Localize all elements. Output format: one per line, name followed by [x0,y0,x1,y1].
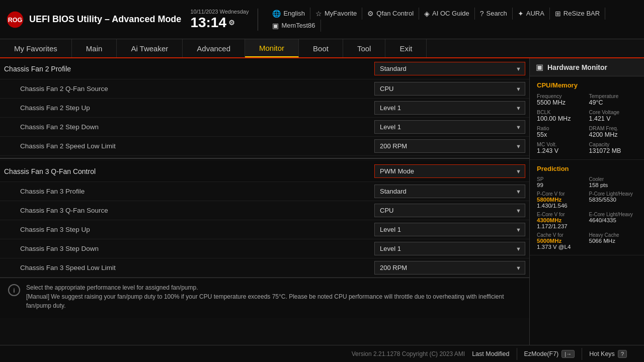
pcore-v-label: P-Core V for [537,191,585,197]
tab-tool[interactable]: Tool [343,39,386,57]
bclk-item: BCLK 100.00 MHz [537,109,585,122]
chassis-fan2-lowlimit-dropdown[interactable]: 200 RPM 300 RPM 400 RPM Ignore [374,139,525,153]
chassis-fan3-stepup-dropdown[interactable]: Level 1 Level 2 Level 3 [374,223,525,236]
fan-icon: ⚙ [367,10,374,18]
cache-v-freq: 5000MHz [537,238,585,244]
chassis-fan2-stepdown-value: Level 1 Level 2 Level 3 ▼ [374,120,525,134]
mem-icon: ▣ [272,22,279,30]
ecore-v-row: E-Core V for 4300MHz 1.172/1.237 E-Core … [537,212,637,229]
nav-search-label: Search [487,10,507,17]
nav-english-label: English [283,10,305,17]
mc-volt-item: MC Volt. 1.243 V [537,141,585,154]
chassis-fan2-stepup-row: Chassis Fan 2 Step Up Level 1 Level 2 Le… [0,99,529,118]
nav-resizebar[interactable]: ⊞ ReSize BAR [550,8,605,20]
chassis-fan3-lowlimit-dropdown[interactable]: 200 RPM 300 RPM 400 RPM Ignore [374,261,525,275]
ratio-value: 55x [537,131,585,138]
chassis-fan2-lowlimit-row: Chassis Fan 2 Speed Low Limit 200 RPM 30… [0,137,529,156]
top-nav: 🌐 English ☆ MyFavorite ⚙ Qfan Control ◈ … [267,8,638,32]
capacity-item: Capacity 131072 MB [589,141,637,154]
chassis-fan3-stepdown-dropdown[interactable]: Level 1 Level 2 Level 3 [374,242,525,255]
sp-label: SP [537,176,585,182]
ecore-v-value: 1.172/1.237 [537,223,585,229]
bclk-label: BCLK [537,109,585,115]
nav-memtest[interactable]: ▣ MemTest86 [267,20,320,32]
time-settings-icon[interactable]: ⚙ [228,19,235,27]
chassis-fan3-stepdown-row: Chassis Fan 3 Step Down Level 1 Level 2 … [0,239,529,258]
tab-monitor[interactable]: Monitor [245,39,299,57]
nav-qfan[interactable]: ⚙ Qfan Control [362,8,419,20]
tab-my-favorites[interactable]: My Favorites [0,39,72,57]
resize-icon: ⊞ [555,10,561,18]
svg-text:ROG: ROG [8,17,23,24]
logo-area: ROG UEFI BIOS Utility – Advanced Mode [6,11,181,29]
nav-aura[interactable]: ✦ AURA [513,8,550,20]
core-voltage-value: 1.421 V [589,115,637,122]
pcore-v-row: P-Core V for 5800MHz 1.430/1.546 P-Core … [537,191,637,209]
chassis-fan2-profile-row: Chassis Fan 2 Profile Standard Silent Tu… [0,58,529,79]
bclk-value: 100.00 MHz [537,115,585,122]
core-voltage-label: Core Voltage [589,109,637,115]
sp-cooler-row: SP 99 Cooler 158 pts [537,176,637,188]
cpu-memory-title: CPU/Memory [537,81,637,89]
chassis-fan3-profile-row: Chassis Fan 3 Profile Standard Silent Tu… [0,182,529,201]
chassis-fan3-source-dropdown[interactable]: CPU Chipset [374,204,525,217]
chassis-fan3-group: Chassis Fan 3 Q-Fan Control PWM Mode DC … [0,161,529,278]
nav-english[interactable]: 🌐 English [267,8,310,20]
ratio-label: Ratio [537,125,585,131]
pcore-v-col: P-Core V for 5800MHz 1.430/1.546 [537,191,585,209]
chassis-fan2-lowlimit-label: Chassis Fan 2 Speed Low Limit [6,142,374,150]
hot-keys-button[interactable]: Hot Keys ? [582,348,634,360]
nav-qfan-label: Qfan Control [376,10,414,17]
core-voltage-item: Core Voltage 1.421 V [589,109,637,122]
sp-value: 99 [537,182,585,188]
chassis-fan3-stepdown-value: Level 1 Level 2 Level 3 ▼ [374,242,525,255]
chassis-fan2-source-dropdown[interactable]: CPU Chipset [374,82,525,96]
footer-actions: Last Modified EzMode(F7) |→ Hot Keys ? [465,348,634,360]
nav-aioc[interactable]: ◈ AI OC Guide [419,8,475,20]
tab-exit[interactable]: Exit [385,39,427,57]
chassis-fan3-lowlimit-label: Chassis Fan 3 Speed Low Limit [6,264,374,272]
info-text: Select the appropriate performance level… [26,283,521,310]
nav-myfavorite[interactable]: ☆ MyFavorite [310,8,362,20]
nav-search[interactable]: ? Search [475,8,513,20]
tab-ai-tweaker[interactable]: Ai Tweaker [117,39,183,57]
pcore-v-value: 1.430/1.546 [537,203,585,209]
chassis-fan3-stepup-row: Chassis Fan 3 Step Up Level 1 Level 2 Le… [0,220,529,239]
prediction-title: Prediction [537,165,637,172]
chassis-fan2-stepup-dropdown[interactable]: Level 1 Level 2 Level 3 [374,101,525,115]
chassis-fan2-stepdown-dropdown[interactable]: Level 1 Level 2 Level 3 [374,120,525,134]
nav-aioc-label: AI OC Guide [432,10,469,17]
chassis-fan3-control-row: Chassis Fan 3 Q-Fan Control PWM Mode DC … [0,161,529,182]
chassis-fan2-stepup-label: Chassis Fan 2 Step Up [6,104,374,112]
cooler-col: Cooler 158 pts [589,176,637,188]
chassis-fan3-stepup-label: Chassis Fan 3 Step Up [6,226,374,233]
chassis-fan3-source-label: Chassis Fan 3 Q-Fan Source [6,207,374,214]
ez-mode-button[interactable]: EzMode(F7) |→ [517,348,582,360]
tab-advanced[interactable]: Advanced [183,39,245,57]
hw-monitor-title: Hardware Monitor [547,63,607,71]
chassis-fan3-profile-dropdown[interactable]: Standard Silent Turbo Full Speed Manual [374,185,525,198]
tab-main[interactable]: Main [72,39,117,57]
chassis-fan2-profile-value: Standard Silent Turbo Full Speed Manual … [374,62,525,75]
chassis-fan2-source-row: Chassis Fan 2 Q-Fan Source CPU Chipset ▼ [0,79,529,99]
ecore-lh-col: E-Core Light/Heavy 4640/4335 [589,212,637,229]
temperature-value: 49°C [589,99,637,106]
footer: Version 2.21.1278 Copyright (C) 2023 AMI… [0,345,644,362]
chassis-fan2-profile-dropdown[interactable]: Standard Silent Turbo Full Speed Manual [374,62,525,75]
chassis-fan2-stepup-value: Level 1 Level 2 Level 3 ▼ [374,101,525,115]
chassis-fan3-lowlimit-row: Chassis Fan 3 Speed Low Limit 200 RPM 30… [0,258,529,278]
last-modified-button[interactable]: Last Modified [465,348,516,360]
hw-monitor-header: ▣ Hardware Monitor [530,58,644,76]
pcore-lh-value: 5835/5530 [589,197,637,203]
cpu-memory-grid: Frequency 5500 MHz Temperature 49°C BCLK… [537,93,637,154]
pcore-lh-col: P-Core Light/Heavy 5835/5530 [589,191,637,209]
aura-icon: ✦ [518,10,524,18]
chassis-fan3-profile-value: Standard Silent Turbo Full Speed Manual … [374,185,525,198]
heavy-cache-label: Heavy Cache [589,232,637,238]
tab-boot[interactable]: Boot [299,39,343,57]
ecore-lh-value: 4640/4335 [589,217,637,223]
chassis-fan3-control-dropdown[interactable]: PWM Mode DC Mode Auto Disabled [374,164,525,178]
sp-col: SP 99 [537,176,585,188]
capacity-label: Capacity [589,141,637,147]
chassis-fan2-stepdown-label: Chassis Fan 2 Step Down [6,123,374,131]
